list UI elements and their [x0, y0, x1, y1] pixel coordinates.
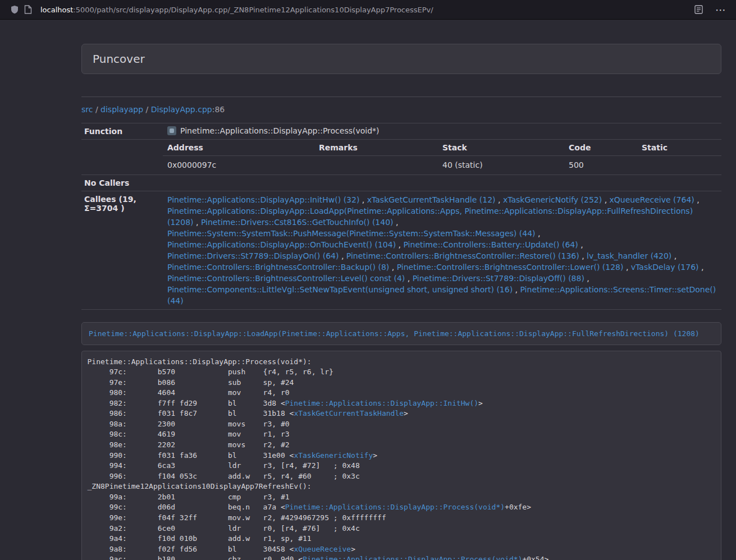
function-row: Function Pinetime::Applications::Display…: [81, 123, 721, 140]
callee-link[interactable]: Pinetime::System::SystemTask::PushMessag…: [167, 229, 536, 238]
symbol-link[interactable]: xTaskGenericNotify: [294, 451, 373, 460]
callee-link[interactable]: Pinetime::Controllers::BrightnessControl…: [167, 263, 389, 272]
callee-separator: ,: [359, 195, 367, 204]
callee-link[interactable]: xTaskGetCurrentTaskHandle (12): [367, 195, 496, 204]
column-stack: Stack: [438, 140, 564, 156]
stats-row-label: [81, 140, 163, 175]
column-remarks: Remarks: [314, 140, 438, 156]
stats-row: Address Remarks Stack Code Static 0x0000…: [81, 140, 721, 175]
callee-separator: ,: [579, 251, 587, 260]
callees-list: Pinetime::Applications::DisplayApp::Init…: [163, 191, 721, 310]
callee-link[interactable]: Pinetime::Controllers::BrightnessControl…: [167, 274, 405, 283]
callee-separator: ,: [536, 229, 541, 238]
url-bar[interactable]: localhost:5000/path/src/displayapp/Displ…: [40, 6, 686, 14]
page-info-icon[interactable]: [21, 3, 35, 16]
callee-separator: ,: [496, 195, 503, 204]
callee-separator: ,: [194, 218, 201, 227]
callee-link[interactable]: vTaskDelay (176): [631, 263, 699, 272]
callee-link[interactable]: Pinetime::Drivers::Cst816S::GetTouchInfo…: [201, 218, 394, 227]
page-title: Puncover: [93, 52, 145, 66]
callee-separator: ,: [694, 195, 700, 204]
callee-link[interactable]: Pinetime::Controllers::BrightnessControl…: [397, 263, 624, 272]
breadcrumb-separator: /: [93, 105, 100, 114]
callee-link[interactable]: lv_task_handler (420): [587, 251, 671, 260]
callee-link[interactable]: Pinetime::Applications::DisplayApp::OnTo…: [167, 240, 396, 249]
url-path: :5000/path/src/displayapp/DisplayApp.cpp…: [73, 6, 433, 14]
function-label: Function: [81, 123, 163, 140]
function-name: Pinetime::Applications::DisplayApp::Proc…: [180, 126, 380, 135]
breadcrumb: src / displayapp / DisplayApp.cpp:86: [81, 104, 721, 115]
page-content: Puncover src / displayapp / DisplayApp.c…: [81, 44, 721, 560]
callee-separator: ,: [578, 240, 583, 249]
selected-symbol-panel: Pinetime::Applications::DisplayApp::Load…: [81, 322, 721, 345]
no-callers-row: No Callers: [81, 175, 721, 191]
column-address: Address: [163, 140, 314, 156]
callee-separator: ,: [699, 263, 704, 272]
static-value: [637, 156, 721, 175]
breadcrumb-line-number: :86: [212, 105, 225, 114]
callee-separator: ,: [602, 195, 609, 204]
stats-table: Address Remarks Stack Code Static 0x0000…: [163, 140, 721, 175]
callee-separator: ,: [623, 263, 630, 272]
app-title-panel: Puncover: [81, 44, 721, 74]
callee-link[interactable]: xQueueReceive (764): [610, 195, 694, 204]
code-size-value: 500: [564, 156, 637, 175]
callee-link[interactable]: Pinetime::Controllers::BrightnessControl…: [346, 251, 579, 260]
callees-label: Callees (19, Σ=3704 ): [81, 191, 163, 310]
breadcrumb-link[interactable]: src: [81, 105, 93, 114]
callee-separator: ,: [405, 274, 412, 283]
callee-separator: ,: [396, 240, 403, 249]
function-table: Function Pinetime::Applications::Display…: [81, 123, 721, 310]
callee-link[interactable]: Pinetime::Components::LittleVgl::SetNewT…: [167, 285, 513, 294]
callee-link[interactable]: Pinetime::Controllers::Battery::Update()…: [403, 240, 578, 249]
function-type-icon: [167, 126, 176, 135]
more-menu-icon[interactable]: ⋯: [713, 4, 728, 15]
callee-separator: ,: [513, 285, 520, 294]
breadcrumb-link[interactable]: displayapp: [100, 105, 143, 114]
stats-header-row: Address Remarks Stack Code Static: [163, 140, 721, 156]
stack-value: 40 (static): [438, 156, 564, 175]
stats-value-row: 0x0000097c 40 (static) 500: [163, 156, 721, 175]
divider: [81, 97, 721, 97]
address-value: 0x0000097c: [163, 156, 314, 175]
callee-link[interactable]: Pinetime::Drivers::St7789::DisplayOn() (…: [167, 251, 339, 260]
symbol-link[interactable]: Pinetime::Applications::DisplayApp::Proc…: [303, 555, 522, 560]
symbol-link[interactable]: xTaskGetCurrentTaskHandle: [294, 409, 404, 417]
column-static: Static: [637, 140, 721, 156]
callee-separator: ,: [584, 274, 589, 283]
url-host: localhost: [40, 6, 73, 14]
callees-row: Callees (19, Σ=3704 ) Pinetime::Applicat…: [81, 191, 721, 310]
browser-toolbar: localhost:5000/path/src/displayapp/Displ…: [0, 0, 736, 20]
callee-link[interactable]: xTaskGenericNotify (252): [503, 195, 602, 204]
remarks-value: [314, 156, 438, 175]
callee-separator: ,: [394, 218, 399, 227]
callee-link[interactable]: Pinetime::Applications::DisplayApp::Init…: [167, 195, 359, 204]
breadcrumb-separator: /: [143, 105, 151, 114]
callee-link[interactable]: Pinetime::Drivers::St7789::DisplayOff() …: [413, 274, 584, 283]
no-callers-label: No Callers: [81, 175, 163, 191]
symbol-link[interactable]: Pinetime::Applications::DisplayApp::Init…: [285, 399, 478, 407]
breadcrumb-link[interactable]: DisplayApp.cpp: [151, 105, 212, 114]
selected-symbol-link[interactable]: Pinetime::Applications::DisplayApp::Load…: [89, 329, 700, 338]
callee-separator: ,: [671, 251, 676, 260]
callee-separator: ,: [389, 263, 396, 272]
symbol-link[interactable]: Pinetime::Applications::DisplayApp::Proc…: [285, 503, 505, 511]
tracking-protection-shield-icon[interactable]: [8, 3, 21, 16]
symbol-link[interactable]: xQueueReceive: [294, 545, 351, 553]
column-code: Code: [564, 140, 637, 156]
callee-separator: ,: [339, 251, 346, 260]
disassembly-code: Pinetime::Applications::DisplayApp::Proc…: [81, 351, 721, 560]
reader-view-icon[interactable]: [692, 3, 705, 16]
